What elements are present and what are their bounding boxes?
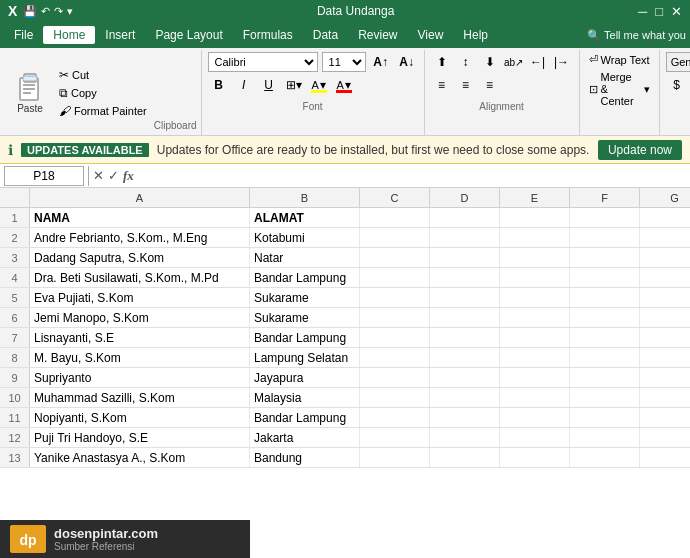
menu-file[interactable]: File: [4, 26, 43, 44]
table-row[interactable]: 1 NAMA ALAMAT: [0, 208, 690, 228]
align-middle-button[interactable]: ↕: [455, 52, 477, 72]
cell-g9[interactable]: [640, 368, 690, 387]
cell-a10[interactable]: Muhammad Sazilli, S.Kom: [30, 388, 250, 407]
merge-center-button[interactable]: ⊡ Merge & Center ▾: [586, 70, 653, 108]
table-row[interactable]: 3 Dadang Saputra, S.Kom Natar: [0, 248, 690, 268]
cell-b3[interactable]: Natar: [250, 248, 360, 267]
align-center-button[interactable]: ≡: [455, 75, 477, 95]
cut-button[interactable]: ✂ Cut: [56, 67, 150, 83]
cell-g12[interactable]: [640, 428, 690, 447]
table-row[interactable]: 13 Yanike Anastasya A., S.Kom Bandung: [0, 448, 690, 468]
cell-b7[interactable]: Bandar Lampung: [250, 328, 360, 347]
cell-g1[interactable]: [640, 208, 690, 227]
col-header-a[interactable]: A: [30, 188, 250, 207]
formula-input[interactable]: [134, 169, 686, 183]
update-now-button[interactable]: Update now: [598, 140, 682, 160]
cell-d10[interactable]: [430, 388, 500, 407]
close-icon[interactable]: ✕: [671, 4, 682, 19]
indent-increase-button[interactable]: |→: [551, 52, 573, 72]
cell-f8[interactable]: [570, 348, 640, 367]
cell-f3[interactable]: [570, 248, 640, 267]
cell-d2[interactable]: [430, 228, 500, 247]
indent-decrease-button[interactable]: ←|: [527, 52, 549, 72]
menu-formulas[interactable]: Formulas: [233, 26, 303, 44]
col-header-d[interactable]: D: [430, 188, 500, 207]
number-format-select[interactable]: Genera: [666, 52, 690, 72]
cell-f10[interactable]: [570, 388, 640, 407]
italic-button[interactable]: I: [233, 75, 255, 95]
cell-g3[interactable]: [640, 248, 690, 267]
cell-f9[interactable]: [570, 368, 640, 387]
cell-g10[interactable]: [640, 388, 690, 407]
col-header-b[interactable]: B: [250, 188, 360, 207]
cell-f2[interactable]: [570, 228, 640, 247]
currency-button[interactable]: $: [666, 75, 688, 95]
cell-b8[interactable]: Lampung Selatan: [250, 348, 360, 367]
cell-e13[interactable]: [500, 448, 570, 467]
table-row[interactable]: 7 Lisnayanti, S.E Bandar Lampung: [0, 328, 690, 348]
cell-f5[interactable]: [570, 288, 640, 307]
cell-d9[interactable]: [430, 368, 500, 387]
cancel-formula-icon[interactable]: ✕: [93, 168, 104, 183]
borders-button[interactable]: ⊞▾: [283, 75, 305, 95]
cell-b4[interactable]: Bandar Lampung: [250, 268, 360, 287]
cell-a12[interactable]: Puji Tri Handoyo, S.E: [30, 428, 250, 447]
align-left-button[interactable]: ≡: [431, 75, 453, 95]
cell-d4[interactable]: [430, 268, 500, 287]
window-controls[interactable]: ─ □ ✕: [638, 4, 682, 19]
save-icon[interactable]: 💾: [23, 5, 37, 18]
align-bottom-button[interactable]: ⬇: [479, 52, 501, 72]
menu-view[interactable]: View: [408, 26, 454, 44]
col-header-g[interactable]: G: [640, 188, 690, 207]
cell-c10[interactable]: [360, 388, 430, 407]
cell-g6[interactable]: [640, 308, 690, 327]
cell-b2[interactable]: Kotabumi: [250, 228, 360, 247]
menu-data[interactable]: Data: [303, 26, 348, 44]
cell-a9[interactable]: Supriyanto: [30, 368, 250, 387]
cell-e11[interactable]: [500, 408, 570, 427]
cell-c9[interactable]: [360, 368, 430, 387]
confirm-formula-icon[interactable]: ✓: [108, 168, 119, 183]
fill-color-button[interactable]: A ▾: [308, 75, 330, 95]
insert-function-icon[interactable]: fx: [123, 168, 134, 184]
cell-c7[interactable]: [360, 328, 430, 347]
cell-a2[interactable]: Andre Febrianto, S.Kom., M.Eng: [30, 228, 250, 247]
cell-f4[interactable]: [570, 268, 640, 287]
table-row[interactable]: 6 Jemi Manopo, S.Kom Sukarame: [0, 308, 690, 328]
cell-g8[interactable]: [640, 348, 690, 367]
table-row[interactable]: 2 Andre Febrianto, S.Kom., M.Eng Kotabum…: [0, 228, 690, 248]
cell-d11[interactable]: [430, 408, 500, 427]
cell-f1[interactable]: [570, 208, 640, 227]
copy-button[interactable]: ⧉ Copy: [56, 85, 150, 101]
cell-e10[interactable]: [500, 388, 570, 407]
cell-a4[interactable]: Dra. Beti Susilawati, S.Kom., M.Pd: [30, 268, 250, 287]
cell-g11[interactable]: [640, 408, 690, 427]
cell-e2[interactable]: [500, 228, 570, 247]
increase-font-button[interactable]: A↑: [370, 52, 392, 72]
cell-c6[interactable]: [360, 308, 430, 327]
cell-f11[interactable]: [570, 408, 640, 427]
cell-e5[interactable]: [500, 288, 570, 307]
cell-a6[interactable]: Jemi Manopo, S.Kom: [30, 308, 250, 327]
underline-button[interactable]: U: [258, 75, 280, 95]
cell-d6[interactable]: [430, 308, 500, 327]
col-header-f[interactable]: F: [570, 188, 640, 207]
cell-g2[interactable]: [640, 228, 690, 247]
align-right-button[interactable]: ≡: [479, 75, 501, 95]
cell-d13[interactable]: [430, 448, 500, 467]
bold-button[interactable]: B: [208, 75, 230, 95]
cell-c1[interactable]: [360, 208, 430, 227]
cell-c4[interactable]: [360, 268, 430, 287]
cell-e12[interactable]: [500, 428, 570, 447]
tell-me-search[interactable]: 🔍 Tell me what you: [587, 29, 686, 42]
cell-f7[interactable]: [570, 328, 640, 347]
cell-e4[interactable]: [500, 268, 570, 287]
cell-a7[interactable]: Lisnayanti, S.E: [30, 328, 250, 347]
cell-b11[interactable]: Bandar Lampung: [250, 408, 360, 427]
cell-g4[interactable]: [640, 268, 690, 287]
cell-c3[interactable]: [360, 248, 430, 267]
maximize-icon[interactable]: □: [655, 4, 663, 19]
cell-g7[interactable]: [640, 328, 690, 347]
merge-dropdown-icon[interactable]: ▾: [644, 83, 650, 96]
wrap-text-button[interactable]: ⏎ Wrap Text: [586, 52, 653, 67]
